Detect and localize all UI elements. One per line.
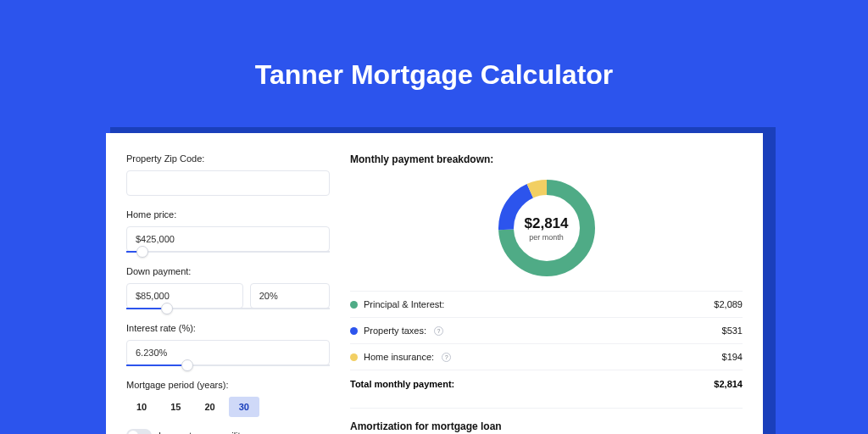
donut-amount: $2,814 (525, 215, 569, 232)
veteran-toggle[interactable] (126, 429, 152, 434)
period-option-15[interactable]: 15 (160, 397, 191, 417)
legend-dot (350, 301, 358, 309)
down-label: Down payment: (126, 266, 330, 276)
period-option-20[interactable]: 20 (195, 397, 225, 417)
total-value: $2,814 (714, 379, 743, 389)
payment-donut-chart: $2,814 per month (496, 177, 598, 279)
toggle-knob (128, 431, 138, 434)
total-label: Total monthly payment: (350, 379, 454, 389)
breakdown-legend: Principal & Interest:$2,089Property taxe… (350, 291, 743, 370)
rate-label: Interest rate (%): (126, 323, 330, 333)
legend-value: $531 (722, 326, 743, 336)
price-input[interactable] (126, 226, 330, 252)
period-option-30[interactable]: 30 (229, 397, 259, 417)
legend-label: Home insurance: (364, 352, 434, 362)
down-amount-input[interactable] (126, 283, 243, 309)
price-slider[interactable] (126, 251, 330, 253)
legend-value: $194 (722, 352, 743, 362)
legend-dot (350, 353, 358, 361)
rate-slider[interactable] (126, 364, 330, 366)
page-background: Tanner Mortgage Calculator Property Zip … (0, 0, 868, 434)
price-slider-thumb[interactable] (136, 246, 148, 258)
zip-label: Property Zip Code: (126, 153, 330, 164)
legend-label: Property taxes: (364, 326, 426, 336)
rate-input[interactable] (126, 340, 330, 365)
amort-title: Amortization for mortgage loan (350, 420, 743, 432)
legend-label: Principal & Interest: (364, 299, 444, 309)
legend-row: Principal & Interest:$2,089 (350, 291, 743, 317)
down-slider-thumb[interactable] (161, 303, 173, 314)
period-label: Mortgage period (years): (126, 380, 330, 390)
down-slider[interactable] (126, 308, 330, 309)
legend-value: $2,089 (714, 299, 743, 309)
info-icon[interactable]: ? (442, 353, 451, 362)
amortization-section: Amortization for mortgage loan Amortizat… (350, 408, 743, 434)
page-title: Tanner Mortgage Calculator (0, 0, 868, 114)
inputs-panel: Property Zip Code: Home price: Down paym… (126, 153, 330, 414)
zip-input[interactable] (126, 170, 330, 196)
rate-slider-thumb[interactable] (181, 359, 193, 371)
breakdown-heading: Monthly payment breakdown: (350, 153, 743, 165)
info-icon[interactable]: ? (434, 326, 443, 336)
legend-dot (350, 327, 358, 335)
legend-row: Home insurance:?$194 (350, 343, 743, 370)
period-option-10[interactable]: 10 (126, 397, 157, 417)
period-options: 10152030 (126, 397, 330, 417)
legend-row: Property taxes:?$531 (350, 317, 743, 343)
calculator-card: Property Zip Code: Home price: Down paym… (106, 133, 763, 434)
down-percent-input[interactable] (250, 283, 330, 309)
price-label: Home price: (126, 209, 330, 220)
donut-sub: per month (529, 233, 564, 242)
veteran-label: I am veteran or military (159, 431, 253, 434)
breakdown-panel: Monthly payment breakdown: $2,814 per mo… (350, 153, 743, 414)
